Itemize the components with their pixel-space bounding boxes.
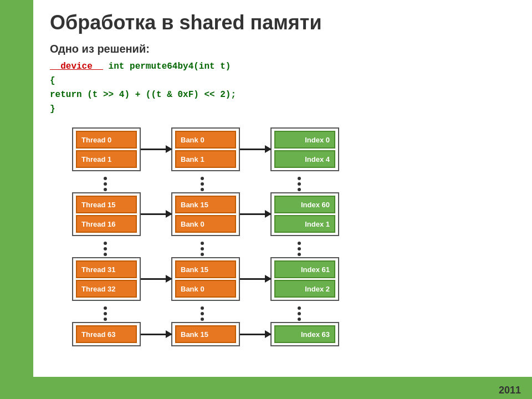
thread-16-box: Thread 16: [76, 215, 137, 233]
group4-indices: Index 63: [270, 322, 339, 346]
dot4: [201, 177, 204, 180]
index-1-box: Index 1: [274, 215, 335, 233]
bank-0b-box: Bank 0: [175, 280, 236, 298]
diagram-group2: Thread 15 Thread 16 Bank 15 Bank 0 Index…: [72, 192, 515, 236]
code-line3: return (t >> 4) + ((t & 0xF) << 2);: [50, 88, 515, 103]
dot27: [298, 318, 301, 321]
dot9: [298, 188, 301, 191]
dot13: [201, 242, 204, 245]
dots-col9: [266, 306, 332, 321]
diagram: Thread 0 Thread 1 Bank 0 Bank 1 Index 0 …: [72, 127, 515, 346]
thread-1-box: Thread 1: [76, 150, 137, 168]
index-4-box: Index 4: [274, 150, 335, 168]
dot23: [201, 312, 204, 315]
dot26: [298, 312, 301, 315]
thread-0-box: Thread 0: [76, 131, 137, 149]
bank-15b-box: Bank 15: [175, 260, 236, 278]
dots-row3: [72, 305, 515, 322]
dots-col1: [72, 177, 139, 191]
arrow1-right: [240, 149, 270, 150]
arrow3-right: [240, 278, 270, 280]
group1-banks: Bank 0 Bank 1: [171, 127, 240, 171]
dot14: [201, 247, 204, 250]
dot24: [201, 318, 204, 321]
dot6: [201, 188, 204, 191]
thread-32-box: Thread 32: [76, 280, 137, 298]
dots-col7: [72, 306, 139, 321]
thread-31-box: Thread 31: [76, 260, 137, 278]
dot17: [298, 247, 301, 250]
dot19: [104, 306, 107, 310]
diagram-group4: Thread 63 Bank 15 Index 63: [72, 322, 515, 346]
diagram-group3: Thread 31 Thread 32 Bank 15 Bank 0 Index…: [72, 257, 515, 301]
index-63-box: Index 63: [274, 325, 335, 343]
dot2: [104, 182, 107, 186]
dot16: [298, 242, 301, 245]
dot21: [104, 318, 107, 321]
group4-threads: Thread 63: [72, 322, 141, 346]
group1-indices: Index 0 Index 4: [270, 127, 339, 171]
code-line2: {: [50, 74, 515, 89]
group1-threads: Thread 0 Thread 1: [72, 127, 141, 171]
code-line1-rest: int permute64by4(int t): [103, 62, 231, 71]
dot3: [104, 188, 107, 191]
arrow4-left: [141, 334, 171, 335]
subtitle: Одно из решений:: [50, 43, 515, 55]
index-61-box: Index 61: [274, 260, 335, 278]
arrow2-right: [240, 213, 270, 215]
dot25: [298, 306, 301, 310]
dots-col5: [169, 242, 236, 256]
bottom-border: [0, 377, 532, 399]
group2-banks: Bank 15 Bank 0: [171, 192, 240, 236]
page-title: Обработка в shared памяти: [50, 11, 515, 34]
thread-63-box: Thread 63: [76, 325, 137, 343]
code-line4: }: [50, 103, 515, 117]
left-border: [0, 0, 33, 399]
bank-1-box: Bank 1: [175, 150, 236, 168]
arrow2-left: [141, 213, 171, 215]
group2-threads: Thread 15 Thread 16: [72, 192, 141, 236]
diagram-group1: Thread 0 Thread 1 Bank 0 Bank 1 Index 0 …: [72, 127, 515, 171]
dot15: [201, 253, 204, 256]
dots-row1: [72, 176, 515, 192]
dots-row2: [72, 241, 515, 257]
dots-col2: [169, 177, 236, 191]
index-0-box: Index 0: [274, 131, 335, 149]
bank-15a-box: Bank 15: [175, 196, 236, 213]
thread-15-box: Thread 15: [76, 196, 137, 213]
dots-col3: [266, 177, 332, 191]
dot18: [298, 253, 301, 256]
dot8: [298, 182, 301, 186]
group2-indices: Index 60 Index 1: [270, 192, 339, 236]
index-60-box: Index 60: [274, 196, 335, 213]
group3-indices: Index 61 Index 2: [270, 257, 339, 301]
dots-col4: [72, 242, 139, 256]
group3-threads: Thread 31 Thread 32: [72, 257, 141, 301]
index-2-box: Index 2: [274, 280, 335, 298]
dot10: [104, 242, 107, 245]
arrow3-left: [141, 278, 171, 280]
main-content: Обработка в shared памяти Одно из решени…: [33, 0, 532, 377]
dot11: [104, 247, 107, 250]
dots-col8: [169, 306, 236, 321]
dot7: [298, 177, 301, 180]
group3-banks: Bank 15 Bank 0: [171, 257, 240, 301]
dot22: [201, 306, 204, 310]
group4-banks: Bank 15: [171, 322, 240, 346]
year-label: 2011: [499, 385, 521, 396]
bank-15c-box: Bank 15: [175, 325, 236, 343]
bank-0a-box: Bank 0: [175, 215, 236, 233]
dot20: [104, 312, 107, 315]
arrow1-left: [141, 149, 171, 150]
dot5: [201, 182, 204, 186]
code-block: __device__ int permute64by4(int t) { ret…: [50, 60, 515, 116]
arrow4-right: [240, 334, 270, 335]
bank-0-box: Bank 0: [175, 131, 236, 149]
dot1: [104, 177, 107, 180]
dots-col6: [266, 242, 332, 256]
code-keyword: __device__: [50, 62, 103, 71]
dot12: [104, 253, 107, 256]
